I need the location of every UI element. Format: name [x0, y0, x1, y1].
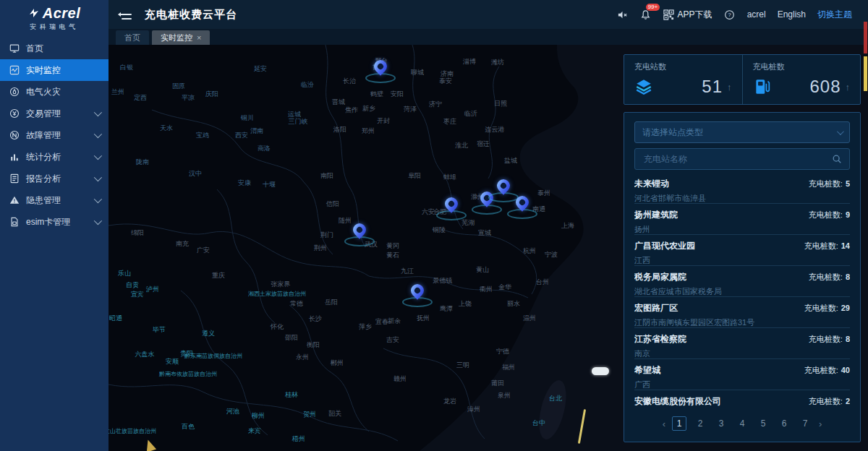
- map-city-label: 泰州: [537, 189, 550, 198]
- qr-code-icon: [663, 9, 675, 20]
- station-name: 广昌现代农业园: [634, 240, 695, 252]
- map-city-label: 萍乡: [359, 322, 372, 332]
- map-city-label: 梧州: [292, 434, 305, 444]
- sidebar-item-fault[interactable]: 故障管理: [0, 124, 109, 146]
- pagination-page-4[interactable]: 4: [735, 416, 749, 431]
- svg-text:?: ?: [728, 12, 731, 18]
- map-city-label: 定西: [134, 93, 147, 103]
- station-list-item[interactable]: 宏图路厂区充电桩数:29江阴市南闸镇东盟园区宏图路31号: [634, 297, 850, 328]
- station-pile-count: 充电桩数:14: [804, 241, 850, 252]
- map-city-label: 新余: [388, 317, 401, 326]
- page-title: 充电桩收费云平台: [145, 8, 237, 22]
- station-list-item[interactable]: 广昌现代农业园充电桩数:14江西: [634, 235, 850, 266]
- pagination-page-5[interactable]: 5: [756, 416, 770, 431]
- simcard-icon: [9, 217, 20, 228]
- map-city-label: 宁德: [496, 347, 509, 356]
- sidebar-item-report[interactable]: 报告分析: [0, 168, 109, 189]
- map-city-label: 河池: [226, 407, 239, 416]
- language-switch[interactable]: English: [778, 9, 806, 20]
- map-city-label: 永州: [296, 353, 309, 362]
- mute-icon[interactable]: [617, 9, 629, 20]
- sidebar-item-stats[interactable]: 统计分析: [0, 146, 109, 168]
- pagination-page-7[interactable]: 7: [798, 416, 812, 431]
- map-city-label: 韶关: [328, 409, 341, 418]
- scrollbar-yellow-segment[interactable]: [864, 56, 867, 91]
- notification-badge: 99+: [646, 4, 660, 11]
- collapse-menu-icon[interactable]: [119, 9, 132, 20]
- map-city-label: 宝鸡: [196, 131, 209, 140]
- map-city-label: 毕节: [153, 325, 166, 335]
- map-city-label: 宁波: [545, 250, 558, 259]
- chevron-down-icon: [94, 130, 102, 138]
- map-city-label: 台北: [549, 394, 562, 403]
- map-city-label: 三门峡: [289, 117, 308, 126]
- tab-close-icon[interactable]: ×: [197, 33, 201, 42]
- stat-stations-trend-up-icon: ↑: [727, 82, 732, 93]
- pagination-page-6[interactable]: 6: [777, 416, 791, 431]
- sidebar-item-hazard[interactable]: 隐患管理: [0, 189, 109, 211]
- theme-switch-link[interactable]: 切换主题: [817, 9, 852, 21]
- pagination-next[interactable]: ›: [819, 418, 822, 429]
- tab-bar: 首页实时监控×: [109, 29, 868, 45]
- map-city-label: 固原: [172, 82, 185, 91]
- map-city-label: 商洛: [258, 144, 271, 153]
- station-location: 江西: [634, 255, 850, 266]
- station-list-item[interactable]: 安徽电缆股份有限公司充电桩数:2安徽: [634, 390, 850, 411]
- notification-bell-icon[interactable]: 99+: [640, 9, 652, 20]
- map-city-label: 新乡: [362, 104, 375, 113]
- help-icon[interactable]: ?: [724, 9, 736, 20]
- site-type-select[interactable]: 请选择站点类型: [634, 121, 850, 143]
- sidebar-item-trade[interactable]: 交易管理: [0, 103, 109, 124]
- map-city-label: 阜阳: [408, 171, 421, 181]
- station-list-item[interactable]: 希望城充电桩数:40广西: [634, 359, 850, 390]
- sidebar-item-esim[interactable]: esim卡管理: [0, 211, 109, 233]
- map-city-label: 丽水: [507, 299, 520, 309]
- map-city-label: 黔东南苗族侗族自治州: [184, 352, 242, 360]
- map-city-label: 安阳: [391, 90, 404, 99]
- station-list-item[interactable]: 江苏省检察院充电桩数:8南京: [634, 328, 850, 359]
- map-city-label: 兰州: [111, 87, 124, 97]
- pagination-prev[interactable]: ‹: [663, 418, 665, 429]
- map-city-label: 蚌埠: [443, 173, 456, 182]
- scrollbar-red-segment[interactable]: [864, 22, 867, 53]
- username[interactable]: acrel: [747, 9, 766, 20]
- station-location: 扬州: [634, 224, 850, 235]
- station-search-input[interactable]: [642, 153, 832, 165]
- search-icon[interactable]: [832, 154, 842, 164]
- sidebar-item-label: 统计分析: [26, 151, 61, 163]
- chevron-down-icon: [94, 108, 102, 116]
- map-city-label: 淮北: [455, 141, 468, 150]
- map-city-label: 宜春: [375, 317, 388, 327]
- station-list-item[interactable]: 扬州建筑院充电桩数:9扬州: [634, 204, 850, 235]
- pagination-page-3[interactable]: 3: [714, 416, 728, 431]
- stat-stations: 充电站数 51 ↑: [624, 55, 742, 104]
- sidebar-item-label: 交易管理: [26, 108, 61, 120]
- station-list-item[interactable]: 税务局家属院充电桩数:8湖北省应城市国家税务局: [634, 266, 850, 297]
- brand-name: Acrel: [43, 5, 81, 22]
- map-city-label: 随州: [339, 216, 352, 226]
- map-city-label: 菏泽: [404, 105, 417, 114]
- pagination-page-2[interactable]: 2: [693, 416, 707, 431]
- map-city-label: 延安: [254, 64, 267, 74]
- map-city-label: 盐城: [504, 156, 517, 166]
- stat-stations-label: 充电站数: [634, 61, 732, 72]
- map-city-label: 金华: [498, 283, 511, 292]
- map-city-label: 开封: [377, 116, 390, 126]
- station-list-item[interactable]: 未来锂动充电桩数:5河北省邯郸市临漳县: [634, 173, 850, 204]
- map-city-label: 济宁: [429, 100, 442, 109]
- tab-实时监控[interactable]: 实时监控×: [152, 30, 210, 45]
- map-city-label: 昭通: [109, 314, 122, 323]
- map-city-label: 南阳: [320, 171, 333, 181]
- pagination-page-1[interactable]: 1: [672, 416, 686, 431]
- sidebar-item-fire[interactable]: 电气火灾: [0, 81, 109, 103]
- tab-首页[interactable]: 首页: [116, 30, 149, 45]
- monitor-icon: [9, 43, 20, 54]
- map-city-label: 赣州: [393, 374, 407, 384]
- map-city-label: 天水: [160, 124, 173, 133]
- sidebar-item-realtime[interactable]: 实时监控: [0, 59, 109, 81]
- sidebar-item-home[interactable]: 首页: [0, 38, 109, 59]
- app-download-label: APP下载: [678, 9, 712, 21]
- map-city-label: 景德镇: [433, 276, 453, 285]
- map-city-label: 岳阳: [325, 298, 338, 307]
- app-download-button[interactable]: APP下载: [663, 9, 712, 21]
